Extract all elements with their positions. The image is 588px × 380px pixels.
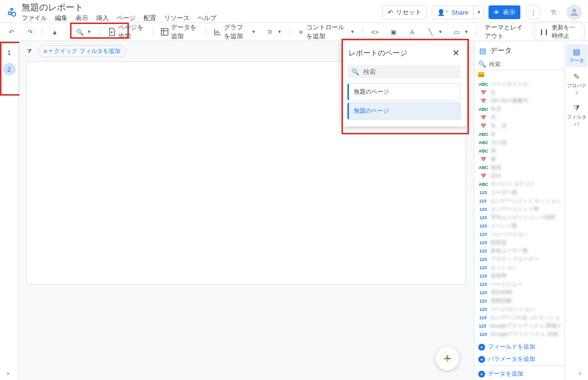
field-row[interactable]: 📅年、月 — [476, 122, 563, 130]
field-row[interactable]: 📅週 — [476, 155, 563, 163]
rail-data-tab[interactable]: ▤データ — [566, 44, 588, 67]
more-vert-icon: ⋮ — [530, 9, 537, 16]
field-row[interactable]: ABC年 — [476, 130, 563, 138]
data-icon: ▤ — [479, 47, 486, 55]
field-row[interactable]: 123エンゲージメント率 — [476, 205, 563, 213]
share-button[interactable]: 👤⁺Share — [432, 6, 474, 19]
filter-icon[interactable]: ⧩ — [24, 47, 33, 56]
text-button[interactable]: A — [404, 25, 420, 38]
zoom-dropdown[interactable]: 🔍▼ — [72, 25, 96, 38]
date-type-icon: 📅 — [478, 115, 488, 120]
field-row[interactable]: 123コンバージョン — [476, 230, 563, 238]
line-dropdown[interactable]: ╲▼ — [422, 25, 446, 38]
theme-layout-button[interactable]: テーマとレイアウト — [481, 21, 532, 43]
field-row[interactable]: 123エンゲージのあったセッション — [476, 313, 563, 322]
add-component-fab[interactable]: + — [436, 347, 459, 370]
number-type-icon: 123 — [478, 307, 488, 312]
community-viz-dropdown[interactable]: ⚞▼ — [262, 25, 286, 38]
plus-icon: + — [443, 351, 451, 366]
field-row[interactable]: 123Googleアナリティクス 詳細 — [476, 330, 563, 338]
field-row[interactable]: ABC年月 — [476, 105, 563, 113]
field-name: エンゲージメント率 — [490, 205, 539, 213]
pencil-icon: ✎ — [566, 72, 588, 81]
add-page-button[interactable]: ページを追加 — [103, 21, 148, 43]
field-row[interactable]: 123視聴回数 — [476, 297, 563, 305]
field-row[interactable]: 123ページビュー — [476, 280, 563, 288]
date-type-icon: 📅 — [478, 124, 488, 128]
menu-edit[interactable]: 編集 — [55, 14, 68, 23]
add-parameter-link[interactable]: +パラメータを追加 — [474, 353, 564, 365]
data-search-input[interactable] — [489, 61, 563, 68]
menu-view[interactable]: 表示 — [75, 14, 88, 23]
top-header: ファイル 編集 表示 挿入 ページ 配置 リソース ヘルプ ↶リセット 👤⁺Sh… — [0, 0, 588, 23]
field-row[interactable]: 123ページ/セッション — [476, 305, 563, 313]
field-row[interactable]: 📅月 — [476, 113, 563, 122]
document-title-input[interactable] — [22, 2, 218, 13]
more-menu-button[interactable]: ⋮ — [525, 4, 541, 20]
page-thumb-1[interactable]: 1 — [3, 46, 16, 59]
field-row[interactable]: 📅ISO 年の週番号 — [476, 97, 563, 105]
undo-button[interactable]: ↶ — [3, 25, 20, 38]
field-row[interactable]: 123直帰率 — [476, 272, 563, 280]
field-row[interactable]: ABC地域 — [476, 163, 563, 172]
field-row[interactable]: ABCページタイトル — [476, 80, 563, 88]
field-row[interactable]: 123アクティブユーザー — [476, 255, 563, 263]
add-data-button[interactable]: データを追加 — [156, 21, 201, 43]
menu-file[interactable]: ファイル — [22, 14, 47, 23]
data-search[interactable]: 🔍 — [474, 58, 564, 70]
account-avatar[interactable] — [566, 4, 582, 20]
help-button[interactable]: ?⃝ — [546, 4, 562, 20]
redo-button[interactable]: ↷ — [22, 25, 38, 38]
chevron-down-icon: ▼ — [464, 29, 468, 34]
add-field-link[interactable]: +フィールドを追加 — [474, 341, 564, 353]
field-row[interactable]: 123総収益 — [476, 238, 563, 247]
field-row[interactable]: 123イベント数 — [476, 222, 563, 230]
page-thumb-2[interactable]: 2 — [3, 63, 16, 76]
field-row[interactable]: 123新規ユーザー数 — [476, 247, 563, 255]
field-row[interactable]: ABCその他 — [476, 138, 563, 147]
field-name: 地域 — [490, 164, 501, 171]
quick-filter-button[interactable]: ≡+ クイック フィルタを追加 — [38, 45, 126, 57]
number-type-icon: 123 — [478, 315, 488, 320]
field-name: 新規ユーザー数 — [490, 247, 528, 254]
page-item-2[interactable]: 無題のページ — [347, 102, 461, 120]
add-control-dropdown[interactable]: ≡コントロールを追加▼ — [294, 21, 359, 43]
share-dropdown[interactable]: ▼ — [474, 6, 484, 19]
close-button[interactable]: ✕ — [452, 48, 460, 58]
field-row[interactable]: ABCデバイス カテゴリ — [476, 180, 563, 188]
add-data-link[interactable]: +データを追加 — [474, 365, 564, 380]
selection-tool[interactable]: ▲ — [47, 25, 63, 38]
rail-properties-tab[interactable]: ✎プロパティ — [566, 69, 588, 99]
embed-button[interactable]: <> — [367, 25, 383, 38]
field-row[interactable]: 123エンゲージメント セッション数 — [476, 197, 563, 205]
field-row[interactable]: 📅日付 — [476, 172, 563, 180]
collapse-left-button[interactable]: › — [7, 369, 9, 377]
field-row[interactable]: 123Googleアナリティクス 関連データ — [476, 322, 563, 330]
pause-updates-button[interactable]: ❙❙更新を一時停止 — [534, 21, 585, 43]
field-row[interactable]: ABC国 — [476, 147, 563, 155]
collapse-right-button[interactable]: › — [579, 369, 581, 377]
chevron-down-icon: ▼ — [87, 29, 92, 34]
image-button[interactable]: ▣ — [385, 25, 402, 38]
date-type-icon: 📅 — [478, 174, 488, 178]
field-row[interactable]: 123滞在時間 — [476, 288, 563, 297]
abc-type-icon: ABC — [478, 165, 488, 170]
shape-dropdown[interactable]: ▭▼ — [448, 25, 472, 38]
field-row[interactable]: 123ユーザー数 — [476, 188, 563, 197]
add-chart-dropdown[interactable]: グラフを追加▼ — [209, 21, 260, 43]
rail-filterbar-tab[interactable]: ⧩フィルタバ — [566, 101, 588, 130]
field-row[interactable]: 📅日 — [476, 88, 563, 97]
view-button[interactable]: 👁表示 — [489, 5, 520, 19]
pages-search[interactable]: 🔍 — [347, 65, 461, 78]
field-row[interactable]: 123セッション — [476, 263, 563, 272]
page-item-1[interactable]: 無題のページ — [347, 83, 461, 101]
data-panel-header: ▤ データ — [474, 41, 564, 58]
main-area: 1 2 ⧩ ≡+ クイック フィルタを追加 ↶ リセット ⋮ + ▤ データ 🔍… — [0, 41, 588, 380]
pages-search-input[interactable] — [363, 68, 457, 76]
eye-icon: 👁 — [493, 9, 500, 16]
field-name: 総収益 — [490, 239, 507, 246]
number-type-icon: 123 — [478, 215, 488, 220]
reset-button[interactable]: ↶リセット — [382, 5, 427, 20]
field-row[interactable]: 123平均エンゲージメント時間 — [476, 213, 563, 222]
datasource-chip[interactable] — [474, 70, 564, 79]
